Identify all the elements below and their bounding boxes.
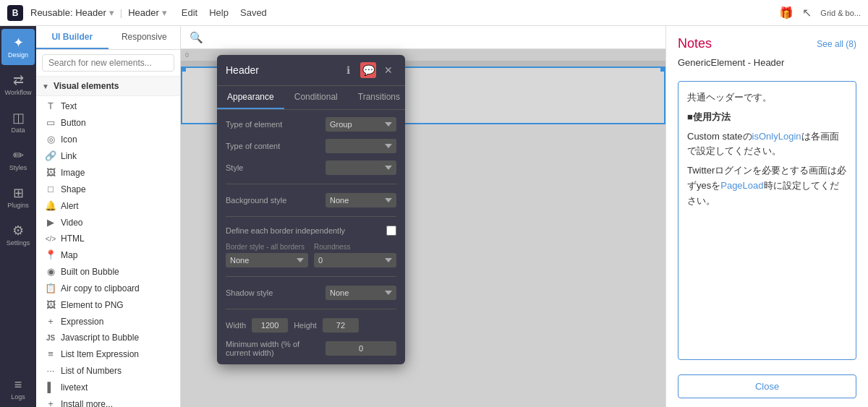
style-select[interactable] [326,160,396,175]
min-width-label: Minimum width (% of current width) [226,340,320,357]
image-icon: 🖼 [45,167,56,178]
define-border-checkbox[interactable] [386,226,396,236]
shape-icon: □ [45,184,56,194]
list-item[interactable]: 🔔Alert [36,197,180,214]
gift-icon[interactable]: 🎁 [779,6,793,20]
tab-ui-builder[interactable]: UI Builder [36,26,109,49]
sidebar-item-design[interactable]: ✦ Design [1,29,35,65]
shadow-style-select[interactable]: None [326,286,396,300]
notes-see-all[interactable]: See all (8) [817,39,856,49]
list-item[interactable]: □Shape [36,181,180,197]
min-width-input[interactable] [326,341,396,356]
notes-link2[interactable]: PageLoad [720,180,763,191]
topbar-dropdown-icon[interactable]: ▾ [109,7,114,18]
sidebar-item-styles[interactable]: ✏ Styles [1,142,35,178]
roundness-col: Roundness 0 [314,243,396,267]
bubble-icon: ◉ [45,266,56,277]
html-icon: </> [45,235,56,243]
logs-label: Logs [11,393,25,400]
list-item[interactable]: 🖼Element to PNG [36,296,180,313]
styles-label: Styles [9,164,27,171]
notes-subtitle: GenericElement - Header [666,57,868,75]
notes-footer: Close [666,366,868,407]
close-icon-btn[interactable]: ✕ [380,62,396,78]
help-menu[interactable]: Help [209,7,229,18]
list-item[interactable]: JSJavascript to Bubble [36,330,180,346]
js-icon: JS [45,334,56,342]
expand-icon: ▼ [42,82,49,90]
list-item[interactable]: ◉Built on Bubble [36,263,180,280]
roundness-select[interactable]: 0 [314,253,396,267]
list-item[interactable]: +Expression [36,313,180,330]
height-input[interactable] [323,318,359,333]
sidebar-item-settings[interactable]: ⚙ Settings [1,217,35,253]
background-style-select[interactable]: None [326,193,396,207]
list-item[interactable]: 🔗Link [36,147,180,164]
border-style-col: Border style - all borders None [226,243,308,267]
type-of-content-row: Type of content [226,139,396,153]
border-style-select[interactable]: None [226,253,308,267]
install-icon: + [45,398,56,407]
notes-panel: Notes See all (8) GenericElement - Heade… [665,26,868,407]
design-icon: ✦ [13,36,24,49]
page-dropdown-icon[interactable]: ▾ [162,7,167,18]
grid-label[interactable]: Grid & bo... [820,9,861,17]
notes-header: Notes See all (8) [666,26,868,57]
modal-tab-appearance[interactable]: Appearance [217,86,284,109]
workflow-label: Workflow [5,89,32,96]
list-item[interactable]: ≡List Item Expression [36,346,180,362]
divider2 [226,216,396,217]
cursor-icon[interactable]: ↖ [802,6,812,20]
list-item[interactable]: ▶Video [36,214,180,231]
type-of-element-select[interactable]: Group [326,117,396,132]
type-of-content-select[interactable] [326,139,396,153]
shadow-style-row: Shadow style None [226,286,396,300]
list-item[interactable]: TText [36,98,180,114]
comment-icon-btn[interactable]: 💬 [360,62,376,78]
tab-responsive[interactable]: Responsive [109,26,181,49]
reusable-label: Reusable: Header [30,7,106,18]
modal-tab-transitions[interactable]: Transitions [348,86,410,109]
info-icon-btn[interactable]: ℹ [340,62,356,78]
width-input[interactable] [252,318,288,333]
sidebar-item-workflow[interactable]: ⇄ Workflow [1,67,35,103]
type-of-element-label: Type of element [226,120,320,129]
modal-tabs: Appearance Conditional Transitions [217,86,405,110]
list-item[interactable]: 🖼Image [36,164,180,181]
list-item[interactable]: 📋Air copy to clipboard [36,280,180,296]
plugins-label: Plugins [7,202,29,209]
styles-icon: ✏ [13,149,24,162]
map-icon: 📍 [45,249,56,260]
notes-link1[interactable]: isOnlyLogin [752,131,801,142]
panel-search-area [36,50,180,77]
livetext-icon: ▌ [45,382,56,393]
left-sidebar: ✦ Design ⇄ Workflow ◫ Data ✏ Styles ⊞ Pl… [0,26,36,407]
list-item[interactable]: ···List of Numbers [36,362,180,379]
modal-tab-conditional[interactable]: Conditional [284,86,348,109]
clipboard-icon: 📋 [45,283,56,294]
list-item[interactable]: </>HTML [36,231,180,247]
define-border-label: Define each border independently [226,226,380,235]
modal-body: Type of element Group Type of content St… [217,110,405,364]
notes-content[interactable]: 共通ヘッダーです。 ■使用方法 Custom stateのisOnlyLogin… [678,81,856,360]
list-item[interactable]: ▭Button [36,114,180,131]
sidebar-item-plugins[interactable]: ⊞ Plugins [1,179,35,215]
edit-menu[interactable]: Edit [182,7,197,18]
border-style-row: Border style - all borders None Roundnes… [226,243,396,267]
visual-elements-header[interactable]: ▼ Visual elements [36,77,180,96]
height-label: Height [294,321,317,330]
notes-close-button[interactable]: Close [678,374,856,398]
plugins-icon: ⊞ [13,187,24,200]
list-item[interactable]: ◎Icon [36,131,180,147]
list-item[interactable]: 📍Map [36,247,180,263]
search-input[interactable] [42,54,174,72]
type-of-content-label: Type of content [226,142,320,150]
sidebar-item-data[interactable]: ◫ Data [1,104,35,140]
link-icon: 🔗 [45,150,56,161]
define-border-row: Define each border independently [226,226,396,236]
list-item[interactable]: ▌livetext [36,379,180,395]
sidebar-item-logs[interactable]: ≡ Logs [1,371,35,407]
notes-line2: Custom stateのisOnlyLoginは各画面で設定してください。 [687,129,847,160]
style-row: Style [226,160,396,175]
list-item[interactable]: +Install more... [36,395,180,407]
